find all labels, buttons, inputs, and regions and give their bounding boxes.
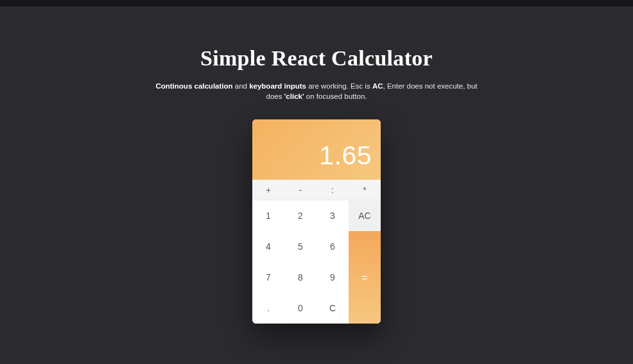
digit-4-button[interactable]: 4 [252,231,284,262]
all-clear-button[interactable]: AC [349,200,381,231]
calc-body: 1 2 3 4 5 6 7 8 9 . 0 C AC = [252,200,381,324]
subtitle-bold-1: Continous calculation [155,82,232,90]
subtitle: Continous calculation and keyboard input… [150,81,483,101]
subtitle-text-1: and [233,82,250,90]
digit-1-button[interactable]: 1 [252,200,284,231]
digit-0-button[interactable]: 0 [284,293,316,324]
subtitle-text-2: are working. Esc is [306,82,372,90]
digit-3-button[interactable]: 3 [316,200,349,231]
calc-display: 1.65 [252,119,381,180]
subtitle-bold-3: AC [372,82,383,90]
decimal-button[interactable]: . [252,293,284,324]
digit-2-button[interactable]: 2 [284,200,316,231]
digit-8-button[interactable]: 8 [284,262,316,293]
add-button[interactable]: + [252,180,284,200]
page-title: Simple React Calculator [200,46,433,71]
subtract-button[interactable]: - [284,180,316,200]
digit-7-button[interactable]: 7 [252,262,284,293]
multiply-button[interactable]: * [349,180,381,200]
divide-button[interactable]: : [316,180,349,200]
operator-row: + - : * [252,180,381,200]
digit-5-button[interactable]: 5 [284,231,316,262]
digit-6-button[interactable]: 6 [316,231,349,262]
numpad: 1 2 3 4 5 6 7 8 9 . 0 C [252,200,349,324]
calculator: 1.65 + - : * 1 2 3 4 5 6 7 8 9 . 0 C [252,119,381,324]
subtitle-text-4: on focused button. [304,92,367,100]
subtitle-bold-4: 'click' [284,92,304,100]
subtitle-bold-2: keyboard inputs [249,82,306,90]
digit-9-button[interactable]: 9 [316,262,349,293]
right-column: AC = [349,200,381,324]
equals-button[interactable]: = [349,231,381,324]
clear-entry-button[interactable]: C [316,293,349,324]
